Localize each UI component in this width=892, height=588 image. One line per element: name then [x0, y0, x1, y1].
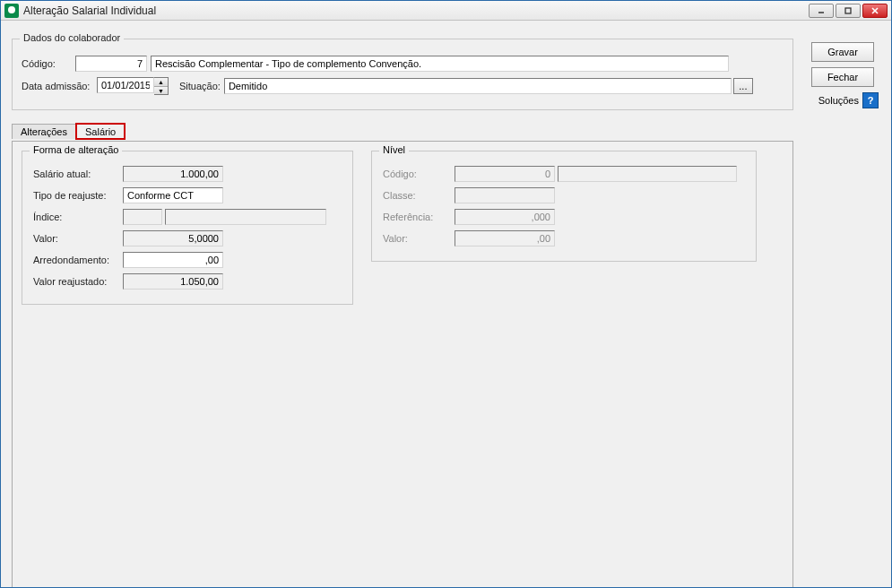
minimize-button[interactable]	[809, 4, 834, 18]
salario-atual-label: Salário atual:	[33, 169, 123, 179]
maximize-button[interactable]	[836, 4, 861, 18]
nivel-valor-label: Valor:	[383, 233, 455, 244]
situacao-input[interactable]	[224, 78, 732, 94]
data-admissao-label: Data admissão:	[22, 81, 97, 91]
arredondamento-label: Arredondamento:	[33, 255, 123, 265]
valor-reajustado-label: Valor reajustado:	[33, 276, 123, 287]
nivel-classe-label: Classe:	[383, 190, 455, 201]
tipo-reajuste-input[interactable]	[123, 187, 223, 203]
group-legend: Forma de alteração	[30, 144, 122, 155]
group-legend: Nível	[379, 144, 409, 155]
solucoes-label: Soluções	[818, 95, 859, 106]
tab-sheet-salario: Forma de alteração Salário atual: Tipo d…	[12, 141, 793, 588]
situacao-lookup-button[interactable]: ...	[733, 78, 753, 94]
tipo-reajuste-label: Tipo de reajuste:	[33, 190, 123, 201]
group-nivel: Nível Código: Classe: Referência: Valor:	[371, 151, 757, 262]
fechar-button[interactable]: Fechar	[811, 67, 874, 87]
codigo-label: Código:	[22, 58, 75, 69]
tab-alteracoes[interactable]: Alterações	[12, 124, 76, 139]
data-admissao-spinner[interactable]: ▲ ▼	[97, 77, 169, 95]
group-dados-colaborador: Dados do colaborador Código: Data admiss…	[12, 39, 793, 110]
nivel-referencia-label: Referência:	[383, 212, 455, 222]
group-legend: Dados do colaborador	[20, 32, 124, 43]
indice-label: Índice:	[33, 212, 123, 222]
salario-atual-input	[123, 166, 223, 182]
indice-desc-input	[165, 209, 326, 225]
titlebar: Alteração Salarial Individual	[1, 1, 891, 21]
window-title: Alteração Salarial Individual	[23, 4, 809, 17]
data-admissao-input[interactable]	[97, 77, 154, 93]
group-forma-alteracao: Forma de alteração Salário atual: Tipo d…	[22, 151, 353, 305]
nivel-referencia-input	[455, 209, 555, 225]
valor-input	[123, 230, 223, 246]
nivel-valor-input	[455, 230, 555, 246]
spin-down-icon[interactable]: ▼	[154, 86, 168, 94]
help-icon[interactable]: ?	[862, 92, 879, 108]
nivel-codigo-input	[455, 166, 555, 182]
spin-up-icon[interactable]: ▲	[154, 78, 168, 86]
tabs: AlteraçõesSalário	[12, 123, 793, 141]
nivel-classe-input	[455, 187, 555, 203]
nivel-codigo-desc-input	[558, 166, 737, 182]
situacao-label: Situação:	[179, 81, 221, 91]
svg-rect-1	[845, 8, 851, 13]
codigo-input[interactable]	[75, 56, 147, 72]
indice-codigo-input	[123, 209, 162, 225]
tab-salario[interactable]: Salário	[76, 124, 125, 139]
app-icon	[4, 4, 19, 18]
nivel-codigo-label: Código:	[383, 169, 455, 179]
valor-reajustado-input	[123, 273, 223, 290]
arredondamento-input[interactable]	[123, 252, 223, 268]
close-button[interactable]	[862, 4, 888, 18]
gravar-button[interactable]: Gravar	[811, 42, 874, 62]
descricao-input[interactable]	[151, 56, 729, 72]
valor-label: Valor:	[33, 233, 123, 244]
